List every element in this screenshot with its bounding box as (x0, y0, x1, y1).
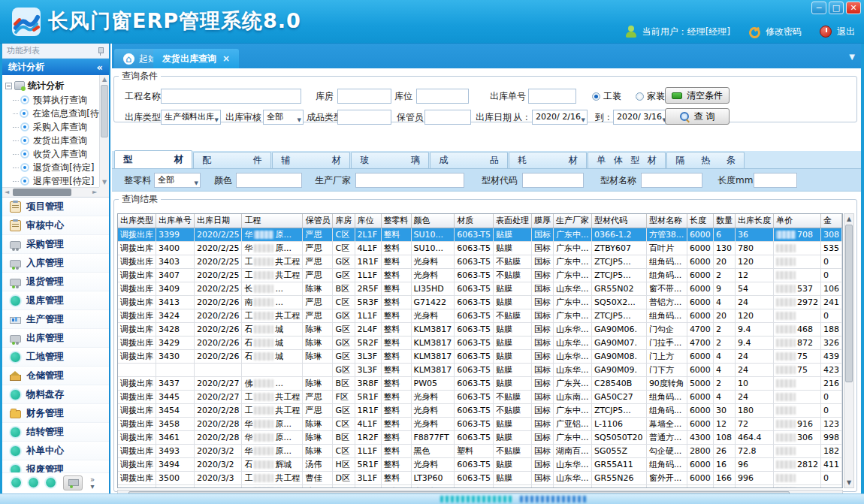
product-type-input[interactable] (337, 110, 391, 125)
cell-len[interactable]: 2800 (687, 444, 713, 457)
cell-keeper[interactable]: 汤伟 (303, 457, 333, 471)
cell-qty[interactable]: 20 (713, 309, 735, 322)
cell-len[interactable]: 4700 (687, 336, 713, 349)
scroll-up-icon[interactable]: ▲ (100, 75, 109, 84)
column-header-型材代码[interactable]: 型材代码 (592, 214, 647, 228)
cell-name[interactable]: 普通方... (646, 430, 687, 444)
cell-zl[interactable]: 整料 (381, 363, 411, 376)
cell-code[interactable]: 0366-1.2 (592, 228, 647, 241)
cell-film[interactable]: 国标 (532, 457, 554, 471)
minimize-button[interactable]: ─ (811, 2, 826, 14)
cell-wh[interactable]: C区 (333, 444, 355, 457)
cell-surf[interactable]: 不贴膜 (494, 268, 532, 282)
cell-mat[interactable]: 6063-T5 (455, 268, 494, 282)
cell-color[interactable]: LT3P60 (411, 471, 455, 484)
cell-proj[interactable]: 华原... (242, 228, 303, 241)
cell-color[interactable]: KLM3817 (411, 336, 455, 349)
column-header-长度[interactable]: 长度 (687, 214, 713, 228)
cell-mfr[interactable]: 湖南百... (554, 444, 592, 457)
cell-date[interactable]: 2020/3/3 (195, 471, 242, 484)
scroll-thumb[interactable] (101, 85, 108, 137)
cell-price[interactable]: 306 (773, 430, 820, 444)
cell-zl[interactable]: 整料 (381, 376, 411, 390)
cell-mfr[interactable]: 广东中... (554, 241, 592, 255)
cell-keeper[interactable]: 陈琳 (303, 349, 333, 363)
cell-outlen[interactable]: 60 (735, 484, 773, 488)
cell-zl[interactable]: 整料 (381, 282, 411, 295)
tree-item[interactable]: 采购入库查询 (5, 120, 99, 134)
cell-loc[interactable]: 2R5F (355, 282, 381, 295)
tree-item[interactable]: 收货入库查询 (5, 147, 99, 161)
cell-film[interactable]: 国标 (532, 471, 554, 484)
cell-price[interactable] (773, 376, 820, 390)
cell-mfr[interactable]: 广东中... (554, 309, 592, 322)
cell-mfr[interactable]: 广东中... (554, 268, 592, 282)
cell-type[interactable]: 调拨出库 (118, 444, 156, 457)
cell-no[interactable]: 3437 (156, 376, 195, 390)
sidebar-item-工地管理[interactable]: 工地管理 (2, 348, 109, 367)
pin-icon[interactable] (97, 47, 104, 56)
sidebar-item-物料盘存[interactable]: 物料盘存 (2, 385, 109, 404)
cell-proj[interactable]: 石城 (242, 336, 303, 349)
column-header-型材名称[interactable]: 型材名称 (646, 214, 687, 228)
cell-outlen[interactable]: 72 (735, 417, 773, 430)
cell-code[interactable]: SQ5050T20 (592, 430, 647, 444)
scroll-thumb[interactable] (13, 189, 71, 196)
cell-type[interactable]: 调拨出库 (118, 295, 156, 309)
cell-wh[interactable]: G区 (333, 268, 355, 282)
cell-price[interactable]: 468 (773, 322, 820, 336)
cell-zl[interactable]: 整料 (381, 228, 411, 241)
cell-loc[interactable]: 2L4F (355, 322, 381, 336)
cell-zl[interactable]: 整料 (381, 417, 411, 430)
cell-qty[interactable]: 2 (713, 376, 735, 390)
cell-no[interactable]: 3403 (156, 255, 195, 268)
cell-keeper[interactable]: 陈琳 (303, 282, 333, 295)
cell-len[interactable]: 6000 (687, 295, 713, 309)
cell-code[interactable]: ZTCJP5... (592, 403, 647, 417)
cell-price[interactable] (773, 390, 820, 403)
overflow-chevron[interactable]: »▾ (90, 476, 95, 490)
cell-type[interactable]: 调拨出库 (118, 484, 156, 488)
cell-mat[interactable]: 6063-T5 (455, 295, 494, 309)
cell-price[interactable]: 75 (773, 349, 820, 363)
table-row[interactable]: 调拨出库34932020/3/2华原...陈琳C区1L1F整料黑色塑料不贴膜国标… (118, 444, 842, 457)
change-password-link[interactable]: 修改密码 (766, 26, 802, 38)
cell-name[interactable]: 幕墙全... (646, 417, 687, 430)
cell-outlen[interactable]: 9.4 (735, 322, 773, 336)
table-row[interactable]: G区3L3F整料KLM38176063-T5贴膜国标山东华...GA90M09.… (118, 363, 842, 376)
cell-loc[interactable]: 5R3F (355, 295, 381, 309)
tab-shipment-outbound-query[interactable]: 发货出库查询 × (153, 49, 239, 68)
cell-price[interactable] (773, 471, 820, 484)
cell-surf[interactable]: 贴膜 (494, 322, 532, 336)
cell-keeper[interactable]: 陈琳 (303, 417, 333, 430)
cell-len[interactable]: 6000 (687, 282, 713, 295)
cell-type[interactable]: 调拨出库 (118, 282, 156, 295)
cell-proj[interactable]: 华原... (242, 417, 303, 430)
cell-proj[interactable]: 石城 (242, 349, 303, 363)
cell-price[interactable]: 916 (773, 417, 820, 430)
cell-surf[interactable]: 贴膜 (494, 336, 532, 349)
cell-keeper[interactable]: 陈琳 (303, 444, 333, 457)
cell-wh[interactable]: C区 (333, 295, 355, 309)
cell-price[interactable] (773, 403, 820, 417)
radio-gongzhuang[interactable]: 工装 (592, 90, 621, 103)
cell-color[interactable]: 光身料 (411, 403, 455, 417)
cell-no[interactable]: 3510 (156, 484, 195, 488)
collapse-icon[interactable]: « (97, 62, 103, 73)
material-tab-成品[interactable]: 成品 (430, 152, 508, 168)
cell-amt[interactable]: 423 (820, 363, 841, 376)
cell-qty[interactable]: 20 (713, 255, 735, 268)
scroll-down-icon[interactable]: ▼ (100, 178, 109, 187)
cell-type[interactable]: 调拨出库 (118, 390, 156, 403)
cell-zl[interactable]: 整料 (381, 349, 411, 363)
cell-date[interactable]: 2020/2/25 (195, 268, 242, 282)
order-no-input[interactable] (528, 89, 576, 104)
material-tab-配件[interactable]: 配件 (193, 152, 271, 168)
sidebar-item-入库管理[interactable]: 入库管理 (2, 254, 109, 273)
column-header-出库单号[interactable]: 出库单号 (156, 214, 195, 228)
cell-proj[interactable]: 华原... (242, 444, 303, 457)
cell-name[interactable]: 90度转角 (646, 376, 687, 390)
cell-mat[interactable]: 6063-T5 (455, 349, 494, 363)
cell-loc[interactable]: 5R2F (355, 336, 381, 349)
cell-no[interactable]: 3493 (156, 444, 195, 457)
